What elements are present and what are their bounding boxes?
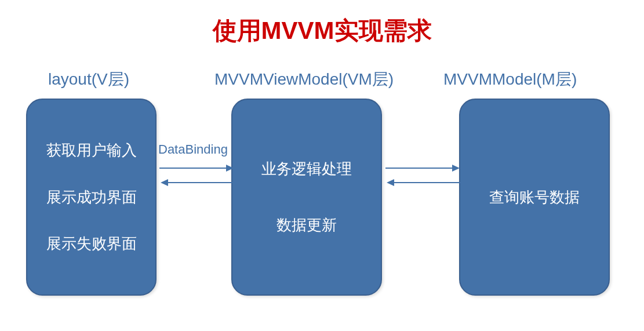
model-layer-box: 查询账号数据 <box>459 99 610 296</box>
arrow-v-to-vm <box>159 162 235 174</box>
viewmodel-item: 数据更新 <box>232 215 381 235</box>
databinding-label: DataBinding <box>158 142 228 157</box>
viewmodel-item: 业务逻辑处理 <box>232 159 381 179</box>
arrow-m-to-vm <box>385 177 461 188</box>
diagram-title: 使用MVVM实现需求 <box>0 14 644 47</box>
view-item: 获取用户输入 <box>27 140 155 161</box>
svg-marker-5 <box>452 165 460 172</box>
model-item: 查询账号数据 <box>460 187 609 208</box>
view-item: 展示成功界面 <box>27 187 155 208</box>
layer-label-viewmodel: MVVMViewModel(VM层) <box>214 68 394 90</box>
layer-label-model: MVVMModel(M层) <box>443 68 577 90</box>
view-layer-box: 获取用户输入 展示成功界面 展示失败界面 <box>26 99 157 296</box>
svg-marker-7 <box>387 179 394 186</box>
arrow-vm-to-m <box>385 162 461 174</box>
svg-marker-3 <box>161 179 168 186</box>
viewmodel-layer-box: 业务逻辑处理 数据更新 <box>231 99 382 296</box>
view-item: 展示失败界面 <box>27 234 155 254</box>
svg-marker-1 <box>226 165 234 172</box>
layer-label-view: layout(V层) <box>48 68 129 90</box>
arrow-vm-to-v <box>159 177 235 188</box>
